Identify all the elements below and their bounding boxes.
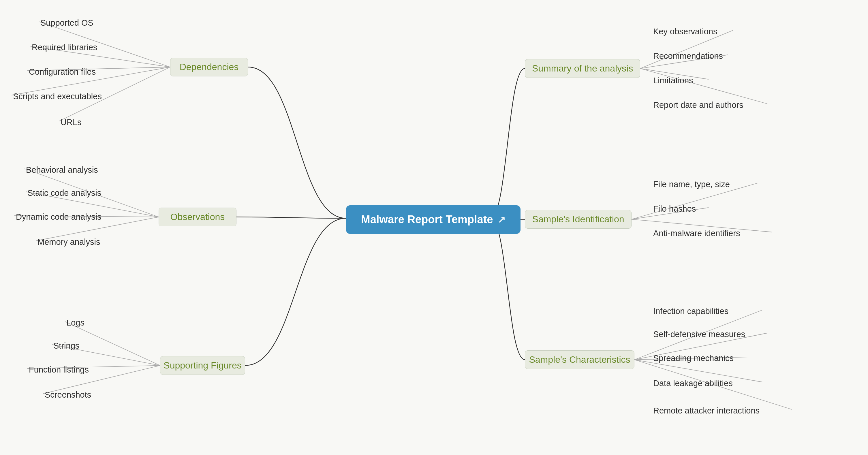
leaf-observations-dynamic-code-analysis: Dynamic code analysis: [16, 210, 101, 224]
center-node[interactable]: Malware Report Template ↗: [346, 205, 521, 234]
leaf-characteristics-data-leakage-abilities: Data leakage abilities: [653, 376, 733, 390]
branch-characteristics[interactable]: Sample's Characteristics: [525, 350, 634, 369]
external-link-icon: ↗: [498, 214, 505, 225]
leaf-observations-memory-analysis: Memory analysis: [37, 235, 100, 249]
leaf-summary-limitations: Limitations: [653, 73, 693, 88]
leaf-dependencies-scripts-and-executables: Scripts and executables: [13, 89, 102, 103]
leaf-identification-file-hashes: File hashes: [653, 202, 696, 216]
branch-supporting-figures[interactable]: Supporting Figures: [160, 356, 245, 375]
leaf-supporting-figures-screenshots: Screenshots: [45, 388, 91, 402]
leaf-supporting-figures-logs: Logs: [66, 316, 85, 330]
leaf-observations-static-code-analysis: Static code analysis: [27, 186, 101, 200]
mindmap-container: Malware Report Template ↗ DependenciesSu…: [0, 0, 868, 455]
leaf-dependencies-urls: URLs: [61, 115, 82, 129]
branch-dependencies[interactable]: Dependencies: [170, 58, 248, 77]
branch-identification[interactable]: Sample's Identification: [525, 210, 631, 229]
leaf-observations-behavioral-analysis: Behavioral analysis: [26, 163, 98, 177]
branch-summary[interactable]: Summary of the analysis: [525, 59, 640, 78]
leaf-dependencies-configuration-files: Configuration files: [29, 65, 96, 79]
leaf-characteristics-spreading-mechanics: Spreading mechanics: [653, 351, 734, 365]
leaf-supporting-figures-function-listings: Function listings: [29, 363, 89, 377]
leaf-summary-key-observations: Key observations: [653, 25, 717, 39]
leaf-dependencies-required-libraries: Required libraries: [32, 40, 97, 55]
leaf-supporting-figures-strings: Strings: [53, 339, 79, 353]
leaf-dependencies-supported-os: Supported OS: [40, 16, 93, 30]
leaf-summary-report-date-and-authors: Report date and authors: [653, 98, 743, 112]
branch-observations[interactable]: Observations: [159, 208, 237, 226]
leaf-characteristics-self-defensive-measures: Self-defensive measures: [653, 327, 745, 341]
leaf-identification-file-name,-type,-size: File name, type, size: [653, 177, 730, 191]
leaf-characteristics-infection-capabilities: Infection capabilities: [653, 304, 728, 318]
leaf-summary-recommendations: Recommendations: [653, 49, 723, 63]
leaf-identification-anti-malware-identifiers: Anti-malware identifiers: [653, 226, 740, 240]
center-label: Malware Report Template: [361, 213, 493, 226]
leaf-characteristics-remote-attacker-interactions: Remote attacker interactions: [653, 404, 760, 418]
